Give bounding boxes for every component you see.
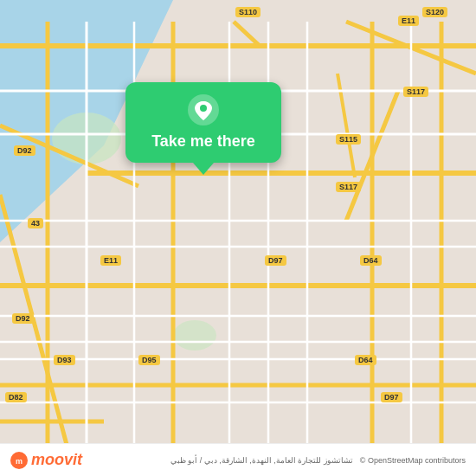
road-label-e11-bot: E11 — [100, 255, 121, 266]
location-tooltip: Take me there — [125, 82, 281, 175]
road-label-s115: S115 — [336, 134, 361, 145]
road-label-d95: D95 — [138, 355, 160, 365]
svg-text:m: m — [16, 457, 23, 466]
road-label-43: 43 — [28, 218, 43, 228]
road-label-s110: S110 — [235, 7, 261, 17]
osm-attribution: © OpenStreetMap contributors — [360, 456, 466, 465]
tooltip-box: Take me there — [125, 82, 281, 163]
svg-line-1 — [234, 22, 260, 46]
moovit-text: moovit — [31, 451, 82, 469]
svg-line-14 — [338, 74, 355, 177]
moovit-icon: m — [10, 452, 28, 469]
road-label-e11-top: E11 — [398, 16, 419, 26]
road-label-s117-mid: S117 — [336, 182, 361, 192]
location-pin-icon — [188, 94, 219, 125]
road-network — [0, 0, 476, 476]
road-label-d92-top: D92 — [14, 145, 35, 156]
road-label-s120: S120 — [422, 7, 447, 17]
road-label-d82: D82 — [5, 392, 27, 402]
road-label-d64-top: D64 — [360, 255, 382, 266]
road-label-d92-bot: D92 — [12, 313, 34, 324]
road-label-d64-bot: D64 — [355, 355, 376, 365]
moovit-logo: m moovit — [10, 451, 82, 469]
map-container: E11 S110 S120 S117 E11 S115 S117 D92 43 … — [0, 0, 476, 476]
take-me-there-button[interactable]: Take me there — [151, 132, 255, 151]
road-label-s117-top: S117 — [403, 87, 428, 97]
road-label-d93: D93 — [54, 355, 75, 365]
bottom-bar: m moovit تشاتشوز للتجارة العامة, النهدة,… — [0, 443, 476, 476]
svg-line-8 — [0, 195, 69, 454]
svg-point-31 — [200, 105, 207, 112]
location-attribution: تشاتشوز للتجارة العامة, النهدة, الشارقة,… — [89, 456, 353, 465]
tooltip-arrow — [193, 163, 214, 175]
road-label-d97-bot: D97 — [381, 392, 402, 402]
road-label-d97-top: D97 — [265, 255, 286, 266]
